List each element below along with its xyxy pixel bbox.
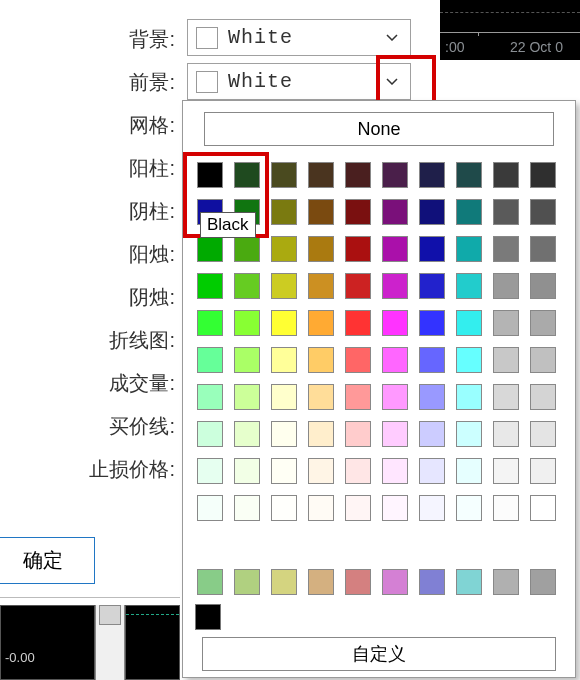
color-swatch[interactable] [487, 304, 524, 341]
color-swatch[interactable] [265, 341, 302, 378]
color-swatch[interactable] [413, 378, 450, 415]
color-swatch[interactable] [191, 452, 228, 489]
color-swatch[interactable] [191, 563, 228, 600]
color-swatch[interactable] [376, 378, 413, 415]
color-swatch[interactable] [228, 489, 265, 526]
color-swatch[interactable] [265, 489, 302, 526]
color-swatch[interactable] [450, 341, 487, 378]
color-swatch[interactable] [413, 230, 450, 267]
color-swatch[interactable] [487, 489, 524, 526]
color-swatch[interactable] [413, 452, 450, 489]
color-swatch[interactable] [228, 452, 265, 489]
color-swatch[interactable] [450, 415, 487, 452]
color-swatch[interactable] [376, 230, 413, 267]
color-swatch[interactable] [302, 267, 339, 304]
color-swatch[interactable] [191, 489, 228, 526]
vertical-scrollbar[interactable] [95, 605, 125, 680]
color-swatch[interactable] [413, 156, 450, 193]
color-swatch[interactable] [487, 563, 524, 600]
color-swatch[interactable] [413, 563, 450, 600]
color-swatch[interactable] [265, 304, 302, 341]
color-swatch[interactable] [339, 230, 376, 267]
color-swatch[interactable] [302, 230, 339, 267]
background-color-selector[interactable]: White [187, 19, 411, 56]
color-swatch[interactable] [450, 193, 487, 230]
color-swatch[interactable] [302, 489, 339, 526]
color-swatch[interactable] [265, 452, 302, 489]
color-swatch[interactable] [524, 230, 561, 267]
color-swatch[interactable] [339, 452, 376, 489]
color-swatch[interactable] [228, 378, 265, 415]
color-swatch[interactable] [487, 415, 524, 452]
color-swatch[interactable] [191, 156, 228, 193]
color-swatch[interactable] [265, 415, 302, 452]
color-swatch[interactable] [302, 156, 339, 193]
foreground-dropdown-button[interactable] [376, 66, 408, 97]
color-swatch[interactable] [302, 452, 339, 489]
color-swatch[interactable] [339, 156, 376, 193]
color-swatch[interactable] [524, 415, 561, 452]
color-swatch[interactable] [450, 378, 487, 415]
background-dropdown-button[interactable] [376, 22, 408, 53]
color-swatch[interactable] [302, 193, 339, 230]
color-swatch[interactable] [265, 267, 302, 304]
color-swatch[interactable] [524, 304, 561, 341]
color-swatch[interactable] [413, 341, 450, 378]
color-swatch[interactable] [191, 341, 228, 378]
color-swatch[interactable] [265, 563, 302, 600]
color-swatch[interactable] [450, 156, 487, 193]
color-swatch[interactable] [376, 156, 413, 193]
color-swatch[interactable] [487, 341, 524, 378]
color-swatch[interactable] [450, 304, 487, 341]
color-swatch[interactable] [413, 267, 450, 304]
ok-button[interactable]: 确定 [0, 537, 95, 584]
color-swatch[interactable] [339, 415, 376, 452]
color-swatch[interactable] [524, 563, 561, 600]
color-swatch[interactable] [413, 415, 450, 452]
color-swatch[interactable] [339, 304, 376, 341]
color-swatch[interactable] [487, 378, 524, 415]
color-swatch[interactable] [339, 267, 376, 304]
color-swatch[interactable] [265, 230, 302, 267]
color-swatch[interactable] [450, 267, 487, 304]
current-color-swatch[interactable] [195, 604, 221, 630]
color-swatch[interactable] [376, 415, 413, 452]
color-swatch[interactable] [191, 267, 228, 304]
color-swatch[interactable] [302, 378, 339, 415]
color-swatch[interactable] [228, 563, 265, 600]
color-swatch[interactable] [228, 415, 265, 452]
foreground-color-selector[interactable]: White [187, 63, 411, 100]
color-swatch[interactable] [524, 452, 561, 489]
color-swatch[interactable] [191, 304, 228, 341]
color-swatch[interactable] [339, 341, 376, 378]
color-swatch[interactable] [487, 230, 524, 267]
color-swatch[interactable] [302, 563, 339, 600]
color-swatch[interactable] [524, 489, 561, 526]
color-swatch[interactable] [376, 489, 413, 526]
color-swatch[interactable] [376, 341, 413, 378]
color-swatch[interactable] [302, 304, 339, 341]
color-swatch[interactable] [302, 415, 339, 452]
color-swatch[interactable] [376, 304, 413, 341]
color-swatch[interactable] [265, 193, 302, 230]
color-swatch[interactable] [376, 563, 413, 600]
color-swatch[interactable] [228, 304, 265, 341]
color-swatch[interactable] [487, 156, 524, 193]
color-swatch[interactable] [450, 452, 487, 489]
color-swatch[interactable] [265, 378, 302, 415]
color-swatch[interactable] [376, 267, 413, 304]
color-swatch[interactable] [524, 267, 561, 304]
color-swatch[interactable] [376, 452, 413, 489]
color-swatch[interactable] [228, 156, 265, 193]
color-swatch[interactable] [339, 378, 376, 415]
color-swatch[interactable] [413, 489, 450, 526]
color-swatch[interactable] [302, 341, 339, 378]
color-swatch[interactable] [265, 156, 302, 193]
color-swatch[interactable] [524, 378, 561, 415]
color-swatch[interactable] [524, 156, 561, 193]
color-swatch[interactable] [413, 193, 450, 230]
color-swatch[interactable] [339, 489, 376, 526]
color-swatch[interactable] [376, 193, 413, 230]
color-swatch[interactable] [339, 563, 376, 600]
none-color-button[interactable]: None [204, 112, 554, 146]
